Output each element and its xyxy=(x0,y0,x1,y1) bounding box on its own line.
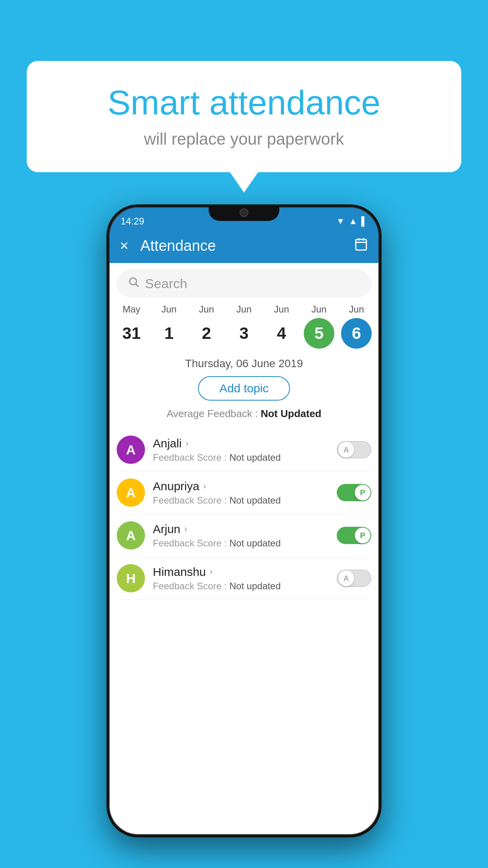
phone-screen: 14:29 ▼ ▲ ▌ × Attendance xyxy=(109,207,379,835)
cal-month-label: Jun xyxy=(311,304,327,315)
search-bar[interactable]: Search xyxy=(117,269,371,298)
phone-device: 14:29 ▼ ▲ ▌ × Attendance xyxy=(106,204,382,837)
chevron-right-icon: › xyxy=(210,567,213,577)
speech-bubble: Smart attendance will replace your paper… xyxy=(27,61,461,172)
calendar-icon[interactable] xyxy=(354,237,368,254)
wifi-icon: ▼ xyxy=(336,216,345,226)
student-avatar-3: H xyxy=(117,564,145,592)
cal-date-number[interactable]: 31 xyxy=(116,318,147,349)
student-avatar-0: A xyxy=(117,436,145,464)
student-info-0: Anjali ›Feedback Score : Not updated xyxy=(153,437,329,463)
student-info-2: Arjun ›Feedback Score : Not updated xyxy=(153,522,329,549)
student-name-2: Arjun › xyxy=(153,522,329,536)
cal-month-label: Jun xyxy=(161,304,177,315)
cal-month-label: Jun xyxy=(274,304,289,315)
close-button[interactable]: × xyxy=(120,237,128,254)
student-feedback-0: Feedback Score : Not updated xyxy=(153,452,329,463)
chevron-right-icon: › xyxy=(185,438,188,449)
calendar-days-row: May31Jun1Jun2Jun3Jun4Jun5Jun6 xyxy=(109,304,379,349)
avg-feedback-value: Not Updated xyxy=(261,408,321,419)
student-name-1: Anupriya › xyxy=(153,480,329,493)
phone-wrapper: 14:29 ▼ ▲ ▌ × Attendance xyxy=(106,204,382,837)
cal-date-number[interactable]: 3 xyxy=(229,318,259,349)
toggle-knob-0: A xyxy=(338,442,354,458)
calendar-day-4[interactable]: Jun4 xyxy=(265,304,297,349)
chevron-right-icon: › xyxy=(184,524,187,534)
student-info-3: Himanshu ›Feedback Score : Not updated xyxy=(153,565,329,592)
student-avatar-2: A xyxy=(117,521,145,550)
attendance-toggle-3[interactable]: A xyxy=(337,570,371,587)
calendar-day-2[interactable]: Jun2 xyxy=(191,304,223,349)
add-topic-button[interactable]: Add topic xyxy=(198,376,290,401)
student-item-0[interactable]: AAnjali ›Feedback Score : Not updatedA xyxy=(117,428,371,471)
attendance-toggle-2[interactable]: P xyxy=(337,527,371,544)
student-name-3: Himanshu › xyxy=(153,565,329,579)
student-feedback-2: Feedback Score : Not updated xyxy=(153,538,329,549)
calendar-day-6[interactable]: Jun6 xyxy=(340,304,372,349)
app-bar: × Attendance xyxy=(109,228,379,263)
toggle-knob-1: P xyxy=(355,485,371,500)
bubble-subtitle: will replace your paperwork xyxy=(50,130,438,149)
student-name-0: Anjali › xyxy=(153,437,329,450)
cal-month-label: Jun xyxy=(199,304,214,315)
cal-date-number[interactable]: 1 xyxy=(154,318,184,349)
student-feedback-3: Feedback Score : Not updated xyxy=(153,581,329,592)
cal-date-number[interactable]: 5 xyxy=(304,318,334,349)
speech-bubble-container: Smart attendance will replace your paper… xyxy=(27,61,461,172)
average-feedback: Average Feedback : Not Updated xyxy=(109,408,379,420)
student-list: AAnjali ›Feedback Score : Not updatedAAA… xyxy=(109,428,379,600)
student-info-1: Anupriya ›Feedback Score : Not updated xyxy=(153,480,329,506)
chevron-right-icon: › xyxy=(203,481,206,491)
app-title: Attendance xyxy=(140,237,354,254)
cal-date-number[interactable]: 6 xyxy=(341,318,372,349)
svg-point-4 xyxy=(130,278,137,285)
bubble-title: Smart attendance xyxy=(50,83,438,123)
search-input-placeholder[interactable]: Search xyxy=(145,276,187,291)
cal-month-label: May xyxy=(123,304,140,315)
cal-date-number[interactable]: 2 xyxy=(191,318,222,349)
status-icons: ▼ ▲ ▌ xyxy=(336,216,367,226)
calendar-day-1[interactable]: Jun1 xyxy=(153,304,185,349)
student-item-2[interactable]: AArjun ›Feedback Score : Not updatedP xyxy=(117,514,371,557)
front-camera xyxy=(240,208,248,217)
attendance-toggle-1[interactable]: P xyxy=(337,484,371,501)
calendar-day-3[interactable]: Jun3 xyxy=(228,304,260,349)
status-time: 14:29 xyxy=(121,216,144,227)
cal-month-label: Jun xyxy=(237,304,252,315)
student-item-1[interactable]: AAnupriya ›Feedback Score : Not updatedP xyxy=(117,471,371,514)
student-avatar-1: A xyxy=(117,478,145,507)
toggle-knob-3: A xyxy=(338,570,354,586)
student-feedback-1: Feedback Score : Not updated xyxy=(153,495,329,506)
svg-rect-0 xyxy=(356,239,367,250)
cal-month-label: Jun xyxy=(349,304,364,315)
student-item-3[interactable]: HHimanshu ›Feedback Score : Not updatedA xyxy=(117,557,371,600)
phone-notch xyxy=(209,204,279,221)
svg-line-5 xyxy=(136,284,139,287)
search-icon xyxy=(128,276,139,291)
signal-icon: ▲ xyxy=(349,216,358,226)
attendance-toggle-0[interactable]: A xyxy=(337,441,371,458)
selected-date-label: Thursday, 06 June 2019 xyxy=(109,357,379,370)
cal-date-number[interactable]: 4 xyxy=(266,318,297,349)
avg-feedback-label: Average Feedback : xyxy=(167,408,258,419)
toggle-knob-2: P xyxy=(355,528,371,543)
calendar-day-5[interactable]: Jun5 xyxy=(303,304,335,349)
calendar-day-0[interactable]: May31 xyxy=(116,304,148,349)
battery-icon: ▌ xyxy=(361,216,367,226)
